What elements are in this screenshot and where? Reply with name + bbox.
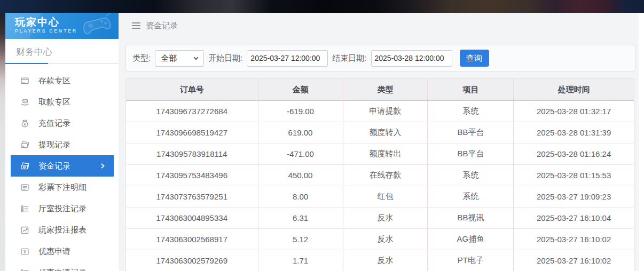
cell-amount: 8.00 [258,186,343,208]
promo-record-list-icon [20,268,29,271]
sidebar-item-recharge-records[interactable]: 充值记录 [5,113,119,134]
cell-process-time: 2025-03-27 16:10:02 [514,229,634,250]
cell-order-no: 1743073763579251 [126,186,258,208]
deposit-card-icon [20,76,29,85]
col-process-time: 处理时间 [514,79,634,101]
report-chart-icon [20,226,29,235]
funds-table: 订单号 金额 类型 项目 处理时间 1743096737272684 -619.… [125,78,634,271]
sidebar-item-label: 存款专区 [38,76,70,86]
page-background-left [0,13,5,271]
cell-project: BB平台 [428,122,514,144]
withdrawal-card-icon [20,140,29,149]
cell-process-time: 2025-03-28 01:16:24 [514,144,634,165]
col-type: 类型 [343,79,428,101]
chevron-down-icon [193,55,199,61]
cell-amount: 1.71 [258,250,343,271]
sidebar-section-title: 财务中心 [5,46,119,58]
cell-process-time: 2025-03-28 01:31:39 [514,122,634,144]
sidebar-header: 玩家中心 PLAYERS CENTER [5,13,119,39]
cell-process-time: 2025-03-27 16:10:02 [514,250,634,271]
sidebar-item-withdrawal-records[interactable]: 提现记录 [5,134,119,155]
sidebar-item-lottery-bet-details[interactable]: 彩票下注明细 [5,177,119,198]
sidebar-item-deposit-zone[interactable]: 存款专区 [5,70,119,91]
promo-ticket-icon [20,247,29,256]
cell-amount: 450.00 [258,165,343,186]
cell-type: 反水 [343,208,428,229]
type-select[interactable]: 全部 [155,50,204,67]
cell-project: AG捕鱼 [428,229,514,250]
lottery-list-icon [20,183,29,192]
table-row: 1743063002579269 1.71 反水 PT电子 2025-03-27… [126,250,634,271]
filter-bar: 类型: 全部 开始日期: 结束日期: 查询 [125,45,635,71]
sidebar-item-label: 充值记录 [38,118,70,129]
sidebar-item-label: 取款专区 [38,97,70,107]
start-date-label: 开始日期: [208,53,242,63]
cell-order-no: 1743095753483496 [126,165,258,186]
breadcrumb: 资金记录 [119,13,644,38]
cell-process-time: 2025-03-27 19:09:23 [514,186,634,208]
gamepad-icon [79,13,116,39]
type-select-value: 全部 [161,53,177,63]
table-row: 1743063004895334 6.31 反水 BB视讯 2025-03-27… [126,208,634,229]
start-date-input[interactable] [247,50,328,67]
end-date-input[interactable] [371,50,452,67]
sidebar-item-label: 资金记录 [38,161,70,171]
cell-amount: -471.00 [258,144,343,165]
table-row: 1743063002568917 5.12 反水 AG捕鱼 2025-03-27… [126,229,634,250]
page-background-banner [0,0,644,13]
sidebar-item-player-bet-report[interactable]: 玩家投注报表 [5,219,119,241]
search-button[interactable]: 查询 [460,50,489,67]
scrollbar[interactable] [639,13,644,271]
cell-order-no: 1743063002568917 [126,229,258,250]
table-row: 1743096698519427 619.00 额度转入 BB平台 2025-0… [126,122,634,144]
cell-order-no: 1743063004895334 [126,208,258,229]
sidebar-section-underline [5,63,119,64]
table-row: 1743095753483496 450.00 在线存款 系统 2025-03-… [126,165,634,186]
cell-project: 系统 [428,165,514,186]
sidebar-item-label: 优惠申请记录 [38,268,87,271]
col-amount: 金额 [258,79,343,101]
sidebar-item-promo-apply[interactable]: 优惠申请 [5,241,119,262]
chevron-right-icon [98,162,107,170]
cell-order-no: 1743095783918114 [126,144,258,165]
cell-process-time: 2025-03-27 16:10:04 [514,208,634,229]
cell-project: 系统 [428,101,514,122]
withdraw-hand-icon [20,98,29,107]
cell-amount: 6.31 [258,208,343,229]
cell-amount: -619.00 [258,101,343,122]
main-content: 资金记录 类型: 全部 开始日期: 结束日期: 查询 订单号 金额 类型 [119,13,644,271]
cell-amount: 619.00 [258,122,343,144]
sidebar-item-label: 彩票下注明细 [38,182,87,193]
sidebar-item-label: 厅室投注记录 [38,204,87,214]
table-header-row: 订单号 金额 类型 项目 处理时间 [126,79,634,101]
col-order-no: 订单号 [126,79,258,101]
cell-order-no: 1743096698519427 [126,122,258,144]
cell-order-no: 1743063002579269 [126,250,258,271]
sidebar: 玩家中心 PLAYERS CENTER 财务中心 存款专区 [5,13,119,271]
table-row: 1743073763579251 8.00 红包 系统 2025-03-27 1… [126,186,634,208]
cell-amount: 5.12 [258,229,343,250]
type-label: 类型: [132,53,151,63]
sidebar-item-label: 玩家投注报表 [38,225,87,235]
sidebar-item-withdraw-zone[interactable]: 取款专区 [5,91,119,113]
col-project: 项目 [428,79,514,101]
sidebar-item-promo-apply-records[interactable]: 优惠申请记录 [5,262,119,271]
sidebar-menu: 存款专区 取款专区 充值记录 [5,70,119,271]
cell-process-time: 2025-03-28 01:32:17 [514,101,634,122]
table-row: 1743095783918114 -471.00 额度转出 BB平台 2025-… [126,144,634,165]
funds-banknote-icon [20,162,29,171]
sidebar-item-label: 提现记录 [38,140,70,150]
cell-type: 反水 [343,250,428,271]
cell-project: BB视讯 [428,208,514,229]
recharge-moneybag-icon [20,119,29,128]
cell-type: 额度转出 [343,144,428,165]
table-row: 1743096737272684 -619.00 申请提款 系统 2025-03… [126,101,634,122]
cell-project: PT电子 [428,250,514,271]
sidebar-item-label: 优惠申请 [38,246,70,257]
cell-type: 反水 [343,229,428,250]
cell-type: 申请提款 [343,101,428,122]
page-title: 资金记录 [146,21,178,31]
menu-toggle-icon[interactable] [132,22,140,29]
sidebar-item-hall-bet-records[interactable]: 厅室投注记录 [5,198,119,219]
sidebar-item-funds-records[interactable]: 资金记录 [11,155,114,177]
